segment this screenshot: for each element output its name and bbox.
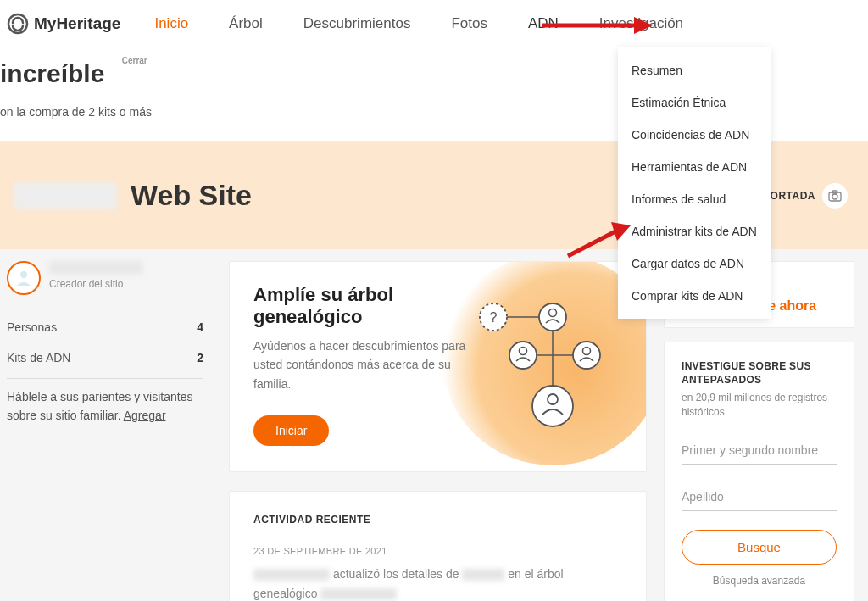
activity-date: 23 DE SEPTIEMBRE DE 2021 bbox=[253, 546, 622, 556]
brand-text: MyHeritage bbox=[34, 14, 120, 33]
tree-illustration: ? bbox=[468, 287, 620, 440]
cover-label: ORTADA bbox=[771, 190, 815, 202]
left-sidebar: Creador del sitio Personas 4 Kits de ADN… bbox=[0, 261, 212, 426]
avatar[interactable] bbox=[7, 261, 41, 295]
divider bbox=[7, 378, 203, 379]
research-sub: en 20,9 mil millones de registros histór… bbox=[682, 391, 837, 420]
camera-icon bbox=[822, 183, 848, 209]
nav-inicio[interactable]: Inicio bbox=[154, 1, 188, 47]
cover-photo-button[interactable]: ORTADA bbox=[771, 183, 848, 209]
stat-kits-value: 2 bbox=[197, 351, 203, 364]
promo-headline: increíble bbox=[0, 59, 104, 87]
dd-estimacion[interactable]: Estimación Étnica bbox=[618, 86, 771, 119]
search-button[interactable]: Busque bbox=[682, 530, 837, 565]
svg-point-17 bbox=[532, 386, 573, 426]
person-icon bbox=[14, 269, 33, 287]
invite-add-link[interactable]: Agregar bbox=[124, 409, 166, 422]
stat-personas[interactable]: Personas 4 bbox=[0, 312, 212, 342]
brand-logo[interactable]: MyHeritage bbox=[7, 13, 120, 35]
nav-investigacion[interactable]: Investigación bbox=[599, 1, 683, 47]
svg-point-3 bbox=[832, 194, 837, 199]
activity-target-redacted bbox=[462, 569, 504, 581]
grow-tree-card: ? Amplíe su árbol genealógico Ayúdenos a… bbox=[229, 261, 647, 472]
dd-cargar[interactable]: Cargar datos de ADN bbox=[618, 248, 771, 280]
recent-activity-card: ACTIVIDAD RECIENTE 23 DE SEPTIEMBRE DE 2… bbox=[229, 491, 647, 601]
invite-text: Háblele a sus parientes y visitantes sob… bbox=[0, 387, 212, 426]
stat-personas-label: Personas bbox=[7, 320, 57, 334]
dd-informes[interactable]: Informes de salud bbox=[618, 183, 771, 215]
grow-tree-body: Ayúdenos a hacer descubrimientos para us… bbox=[253, 337, 474, 393]
activity-tree-redacted bbox=[320, 588, 397, 600]
stat-kits[interactable]: Kits de ADN 2 bbox=[0, 342, 212, 373]
nav-fotos[interactable]: Fotos bbox=[451, 1, 487, 47]
brand-icon bbox=[7, 13, 29, 35]
activity-user-redacted bbox=[253, 569, 330, 581]
owner-name-redacted bbox=[49, 261, 142, 275]
site-title: Web Site bbox=[14, 179, 252, 212]
dd-resumen[interactable]: Resumen bbox=[618, 54, 771, 86]
dd-coincidencias[interactable]: Coincidencias de ADN bbox=[618, 119, 771, 151]
nav-descubrimientos[interactable]: Descubrimientos bbox=[303, 1, 411, 47]
site-title-suffix: Web Site bbox=[131, 179, 252, 212]
activity-line: actualizó los detalles de en el árbol ge… bbox=[253, 565, 622, 601]
center-column: ? Amplíe su árbol genealógico Ayúdenos a… bbox=[229, 261, 647, 601]
top-nav: MyHeritage Inicio Árbol Descubrimientos … bbox=[0, 0, 868, 47]
dd-comprar[interactable]: Comprar kits de ADN bbox=[618, 280, 771, 312]
start-button[interactable]: Iniciar bbox=[253, 415, 329, 446]
advanced-search-link[interactable]: Búsqueda avanzada bbox=[682, 575, 837, 587]
svg-text:?: ? bbox=[490, 310, 498, 325]
nav-arbol[interactable]: Árbol bbox=[229, 1, 263, 47]
grow-tree-title: Amplíe su árbol genealógico bbox=[253, 284, 474, 328]
last-name-field[interactable] bbox=[682, 483, 837, 511]
stat-kits-label: Kits de ADN bbox=[7, 351, 70, 364]
nav-adn[interactable]: ADN bbox=[528, 1, 559, 47]
svg-point-4 bbox=[20, 271, 27, 278]
site-owner: Creador del sitio bbox=[0, 261, 212, 295]
promo-close[interactable]: Cerrar bbox=[122, 56, 147, 65]
dd-administrar[interactable]: Administrar kits de ADN bbox=[618, 215, 771, 248]
recent-activity-header: ACTIVIDAD RECIENTE bbox=[253, 514, 622, 526]
site-name-redacted bbox=[14, 182, 117, 209]
research-card: INVESTIGUE SOBRE SUS ANTEPASADOS en 20,9… bbox=[664, 342, 854, 601]
stat-personas-value: 4 bbox=[197, 320, 203, 334]
main-nav: Inicio Árbol Descubrimientos Fotos ADN I… bbox=[154, 1, 854, 47]
owner-role: Creador del sitio bbox=[49, 278, 142, 290]
adn-dropdown: Resumen Estimación Étnica Coincidencias … bbox=[618, 47, 771, 319]
first-name-field[interactable] bbox=[682, 437, 837, 465]
activity-mid: actualizó los detalles de bbox=[330, 567, 462, 581]
dd-herramientas[interactable]: Herramientas de ADN bbox=[618, 151, 771, 183]
research-title: INVESTIGUE SOBRE SUS ANTEPASADOS bbox=[682, 359, 837, 388]
